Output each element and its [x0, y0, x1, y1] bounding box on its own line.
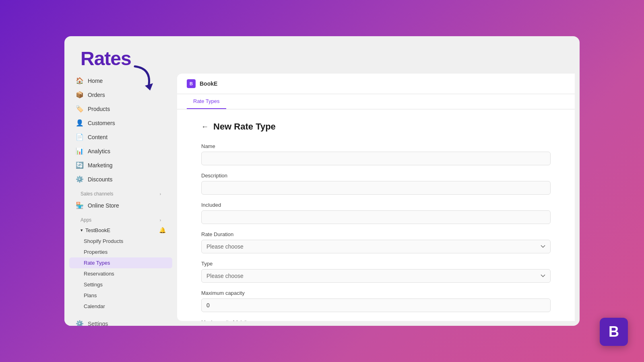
form-header: ← New Rate Type — [201, 121, 551, 132]
b-logo: B — [600, 318, 628, 346]
sidebar-nav: 🏠 Home 📦 Orders 🏷️ Products 👤 Customers … — [64, 74, 177, 312]
sidebar-item-content[interactable]: 📄 Content — [69, 130, 172, 144]
app-expand-icon: ▾ — [80, 228, 83, 233]
sidebar-plans-label: Plans — [84, 292, 97, 298]
products-icon: 🏷️ — [76, 105, 84, 113]
sidebar-footer: ⚙️ Settings — [64, 312, 177, 326]
form-group-max-capacity: Maximum capacity — [201, 290, 551, 312]
back-arrow-button[interactable]: ← — [201, 123, 208, 131]
app-name: TestBookE — [85, 227, 110, 233]
max-capacity-input[interactable] — [201, 298, 551, 312]
sidebar-item-home-label: Home — [88, 78, 103, 84]
header-area: Rates — [64, 36, 580, 74]
sidebar-item-analytics[interactable]: 📊 Analytics — [69, 144, 172, 158]
customers-icon: 👤 — [76, 119, 84, 127]
sidebar-item-content-label: Content — [88, 134, 107, 140]
type-label: Type — [201, 261, 551, 267]
sidebar-settings-app-label: Settings — [84, 282, 103, 288]
sidebar-item-discounts[interactable]: ⚙️ Discounts — [69, 172, 172, 186]
sidebar-item-reservations[interactable]: Reservations — [69, 268, 172, 279]
analytics-icon: 📊 — [76, 147, 84, 155]
sidebar-item-plans[interactable]: Plans — [69, 290, 172, 301]
main-card: Rates 🏠 Home 📦 Orders 🏷️ Pr — [64, 36, 580, 326]
tabs-bar: Rate Types — [177, 94, 575, 109]
sidebar-item-products[interactable]: 🏷️ Products — [69, 102, 172, 116]
form-group-description: Description — [201, 173, 551, 195]
sidebar-item-customers[interactable]: 👤 Customers — [69, 116, 172, 130]
max-adults-label: Maximum # of Adults — [201, 319, 551, 321]
sidebar-item-settings-app[interactable]: Settings — [69, 279, 172, 290]
form-group-max-adults: Maximum # of Adults — [201, 319, 551, 321]
sales-channels-section: Sales channels › — [69, 186, 172, 198]
sidebar-item-marketing-label: Marketing — [88, 162, 112, 169]
sidebar-item-orders-label: Orders — [88, 92, 105, 98]
content-icon: 📄 — [76, 133, 84, 141]
discounts-icon: ⚙️ — [76, 175, 84, 183]
form-group-rate-duration: Rate Duration Please choose Per Night Pe… — [201, 231, 551, 253]
form-group-name: Name — [201, 143, 551, 165]
sidebar-item-online-store[interactable]: 🏪 Online Store — [69, 198, 172, 212]
max-capacity-label: Maximum capacity — [201, 290, 551, 296]
type-select[interactable]: Please choose Standard Discount Promotio… — [201, 269, 551, 283]
app-settings-icon[interactable]: 🔔 — [159, 227, 166, 233]
home-icon: 🏠 — [76, 77, 84, 84]
included-input[interactable] — [201, 210, 551, 224]
sidebar: 🏠 Home 📦 Orders 🏷️ Products 👤 Customers … — [64, 74, 177, 326]
description-input[interactable] — [201, 181, 551, 195]
sidebar-reservations-label: Reservations — [84, 271, 114, 277]
name-input[interactable] — [201, 152, 551, 165]
booke-logo: B — [187, 79, 196, 88]
sidebar-item-products-label: Products — [88, 106, 110, 112]
sidebar-properties-label: Properties — [84, 249, 107, 255]
page-title: Rates — [80, 47, 131, 70]
form-area: ← New Rate Type Name Description Include… — [177, 109, 575, 321]
sidebar-rate-types-label: Rate Types — [84, 260, 110, 266]
app-header: ▾ TestBookE 🔔 — [69, 224, 172, 236]
chevron-right-icon: › — [160, 192, 161, 196]
arrow-decoration — [127, 62, 159, 95]
sidebar-item-analytics-label: Analytics — [88, 148, 110, 154]
online-store-icon: 🏪 — [76, 202, 84, 209]
sidebar-item-calendar[interactable]: Calendar — [69, 301, 172, 312]
main-panel: B BookE Rate Types ← New Rate Type Name — [177, 74, 575, 321]
included-label: Included — [201, 202, 551, 208]
description-label: Description — [201, 173, 551, 179]
apps-section: Apps › — [69, 212, 172, 224]
chevron-right-apps-icon: › — [160, 218, 161, 222]
rate-duration-select[interactable]: Please choose Per Night Per Week Per Mon… — [201, 240, 551, 253]
settings-footer-icon: ⚙️ — [76, 320, 84, 326]
sidebar-item-rate-types[interactable]: Rate Types — [69, 257, 172, 268]
sidebar-item-discounts-label: Discounts — [88, 176, 112, 183]
sidebar-item-settings-footer[interactable]: ⚙️ Settings — [69, 317, 172, 326]
sidebar-item-customers-label: Customers — [88, 120, 115, 126]
tab-rate-types[interactable]: Rate Types — [187, 94, 226, 109]
sidebar-shopify-products-label: Shopify Products — [84, 238, 123, 244]
content-area: 🏠 Home 📦 Orders 🏷️ Products 👤 Customers … — [64, 74, 580, 326]
orders-icon: 📦 — [76, 91, 84, 99]
name-label: Name — [201, 143, 551, 149]
sidebar-item-online-store-label: Online Store — [88, 202, 119, 209]
form-title: New Rate Type — [213, 121, 276, 132]
sidebar-calendar-label: Calendar — [84, 303, 105, 309]
form-group-included: Included — [201, 202, 551, 224]
sidebar-item-properties[interactable]: Properties — [69, 247, 172, 257]
marketing-icon: 🔄 — [76, 161, 84, 169]
form-group-type: Type Please choose Standard Discount Pro… — [201, 261, 551, 283]
sidebar-item-marketing[interactable]: 🔄 Marketing — [69, 158, 172, 172]
rate-duration-label: Rate Duration — [201, 231, 551, 237]
sidebar-settings-footer-label: Settings — [88, 321, 108, 326]
booke-name: BookE — [200, 80, 217, 87]
sidebar-item-shopify-products[interactable]: Shopify Products — [69, 236, 172, 247]
booke-header: B BookE — [177, 74, 575, 94]
